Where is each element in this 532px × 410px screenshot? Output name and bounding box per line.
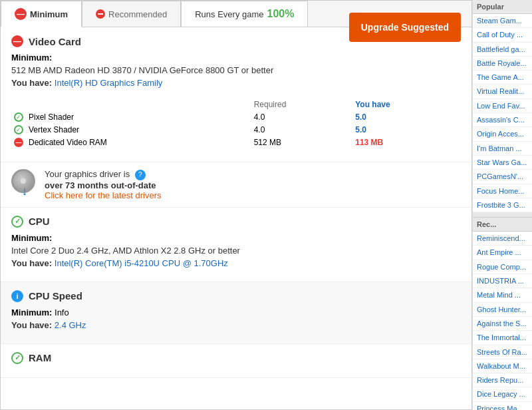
req-row-icon: ✓: [11, 110, 26, 123]
sidebar-popular-item[interactable]: Star Wars Ga...: [473, 156, 532, 170]
cpu-speed-min-row: Minimum: Info: [11, 308, 461, 317]
sidebar-recommended-item[interactable]: The Immortal...: [473, 331, 532, 345]
cpu-speed-you-have: You have: 2.4 GHz: [11, 320, 461, 330]
sidebar-popular-list: Steam Gam...Call of Duty ...Battlefield …: [473, 14, 532, 212]
sidebar-popular-item[interactable]: Assassin's C...: [473, 113, 532, 127]
cpu-section: ✓ CPU Minimum: Intel Core 2 Duo 2.4 GHz,…: [1, 208, 471, 282]
help-icon[interactable]: ?: [135, 170, 146, 180]
sidebar-recommended-item[interactable]: Princess Ma...: [473, 402, 532, 410]
tab-minimum[interactable]: — Minimum: [1, 1, 82, 27]
req-row-label: Dedicated Video RAM: [26, 136, 251, 148]
sidebar-popular-item[interactable]: PCGamesN'...: [473, 170, 532, 184]
req-row-required: 512 MB: [251, 136, 353, 148]
cpu-speed-title-row: i CPU Speed: [11, 290, 461, 302]
sidebar-popular-item[interactable]: Virtual Realit...: [473, 85, 532, 99]
cpu-speed-section: i CPU Speed Minimum: Info You have: 2.4 …: [1, 282, 471, 344]
cpu-title-row: ✓ CPU: [11, 216, 461, 228]
sidebar-recommended-item[interactable]: Streets Of Ra...: [473, 345, 532, 359]
req-row-required: 4.0: [251, 110, 353, 123]
driver-text-block: Your graphics driver is ? over 73 months…: [45, 169, 162, 200]
sidebar-popular-item[interactable]: Battlefield ga...: [473, 43, 532, 57]
main-content: — Minimum Recommended Runs Every game 10…: [0, 0, 472, 410]
req-col-required: Required: [251, 99, 353, 110]
sidebar-popular-item[interactable]: I'm Batman ...: [473, 142, 532, 156]
minimum-fail-icon: —: [15, 8, 27, 20]
cpu-speed-spec: Info: [55, 308, 69, 317]
cpu-min-label: Minimum:: [11, 233, 461, 243]
cpu-speed-title: CPU Speed: [29, 290, 82, 302]
runs-every-label: Runs Every game: [195, 9, 263, 19]
cpu-you-have: You have: Intel(R) Core(TM) i5-4210U CPU…: [11, 258, 461, 268]
sidebar-recommended-item[interactable]: Ghost Hunter...: [473, 303, 532, 317]
sidebar-recommended-item[interactable]: INDUSTRIA ...: [473, 274, 532, 288]
sidebar-recommended-item[interactable]: Riders Repu...: [473, 373, 532, 387]
sidebar-popular-item[interactable]: Focus Home...: [473, 184, 532, 198]
sidebar-recommended-item[interactable]: Rogue Comp...: [473, 260, 532, 274]
video-card-you-have: You have: Intel(R) HD Graphics Family: [11, 78, 461, 88]
tab-recommended[interactable]: Recommended: [82, 1, 181, 27]
sidebar-recommended-item[interactable]: Reminiscend...: [473, 232, 532, 246]
sidebar: Popular Steam Gam...Call of Duty ...Batt…: [472, 0, 532, 410]
video-card-you-have-label: You have:: [11, 78, 52, 88]
video-card-title: Video Card: [29, 36, 81, 47]
driver-outdated: over 73 months out-of-date: [45, 180, 156, 190]
sidebar-popular-item[interactable]: Origin Acces...: [473, 127, 532, 141]
upgrade-button[interactable]: Upgrade Suggested: [349, 13, 461, 42]
video-card-fail-icon: —: [11, 35, 23, 47]
req-col-label: [26, 99, 251, 110]
req-table-row: ✓ Pixel Shader 4.0 5.0: [11, 110, 461, 123]
cpu-you-have-value: Intel(R) Core(TM) i5-4210U CPU @ 1.70GHz: [55, 258, 228, 268]
recommended-tab-label: Recommended: [108, 9, 167, 19]
sidebar-popular-item[interactable]: Battle Royale...: [473, 57, 532, 71]
cpu-speed-min-label: Minimum:: [11, 308, 52, 317]
sidebar-recommended-item[interactable]: Metal Mind ...: [473, 288, 532, 302]
cpu-you-have-label: You have:: [11, 258, 52, 268]
req-row-you-have: 5.0: [352, 110, 461, 123]
sidebar-recommended-list: Reminiscend...Ant Empire ...Rogue Comp..…: [473, 232, 532, 410]
sidebar-popular-item[interactable]: Low End Fav...: [473, 99, 532, 113]
driver-link[interactable]: Click here for the latest drivers: [45, 190, 162, 200]
driver-arrow-icon: ↓: [22, 184, 28, 198]
cpu-spec: Intel Core 2 Duo 2.4 GHz, AMD Athlon X2 …: [11, 246, 461, 256]
ram-section: ✓ RAM: [1, 344, 471, 378]
req-row-label: Vertex Shader: [26, 123, 251, 136]
sidebar-divider: [473, 212, 532, 218]
ram-check-icon: ✓: [11, 352, 23, 364]
sidebar-recommended-item[interactable]: Against the S...: [473, 317, 532, 331]
video-card-spec: 512 MB AMD Radeon HD 3870 / NVIDIA GeFor…: [11, 65, 461, 75]
driver-section: ↓ Your graphics driver is ? over 73 mont…: [1, 162, 471, 208]
sidebar-recommended-item[interactable]: Ant Empire ...: [473, 246, 532, 260]
driver-text: Your graphics driver is: [45, 169, 130, 179]
ram-title: RAM: [29, 352, 51, 363]
req-row-label: Pixel Shader: [26, 110, 251, 123]
recommended-no-icon: [96, 9, 105, 19]
sidebar-popular-item[interactable]: The Game A...: [473, 71, 532, 85]
sidebar-popular-item[interactable]: Call of Duty ...: [473, 28, 532, 42]
sidebar-popular-item[interactable]: Frostbite 3 G...: [473, 198, 532, 212]
cpu-speed-you-have-value: 2.4 GHz: [55, 320, 86, 330]
video-card-body: Upgrade Suggested Minimum: 512 MB AMD Ra…: [11, 53, 461, 93]
driver-icon-wrap: ↓: [11, 169, 38, 196]
sidebar-popular-title: Popular: [473, 0, 532, 14]
video-card-table: Required You have ✓ Pixel Shader 4.0 5.0…: [11, 99, 461, 148]
cpu-title: CPU: [29, 216, 50, 227]
cpu-speed-info-icon: i: [11, 290, 23, 302]
req-row-you-have: 5.0: [352, 123, 461, 136]
sidebar-recommended-title: Rec...: [473, 218, 532, 232]
req-row-you-have: 113 MB: [352, 136, 461, 148]
req-row-icon: —: [11, 136, 26, 148]
ram-title-row: ✓ RAM: [11, 352, 461, 364]
req-row-required: 4.0: [251, 123, 353, 136]
tab-runs-every[interactable]: Runs Every game 100%: [181, 1, 308, 27]
sidebar-popular-item[interactable]: Steam Gam...: [473, 14, 532, 28]
video-card-section: — Video Card Upgrade Suggested Minimum: …: [1, 27, 471, 162]
runs-pct-label: 100%: [267, 8, 295, 20]
sidebar-recommended-item[interactable]: Dice Legacy ...: [473, 387, 532, 401]
video-card-min-label: Minimum:: [11, 53, 461, 63]
req-row-icon: ✓: [11, 123, 26, 136]
cpu-check-icon: ✓: [11, 216, 23, 228]
sidebar-recommended-item[interactable]: Walkabout M...: [473, 359, 532, 373]
req-table-row: ✓ Vertex Shader 4.0 5.0: [11, 123, 461, 136]
video-card-you-have-value: Intel(R) HD Graphics Family: [55, 78, 163, 88]
cpu-speed-you-have-label: You have:: [11, 320, 52, 330]
